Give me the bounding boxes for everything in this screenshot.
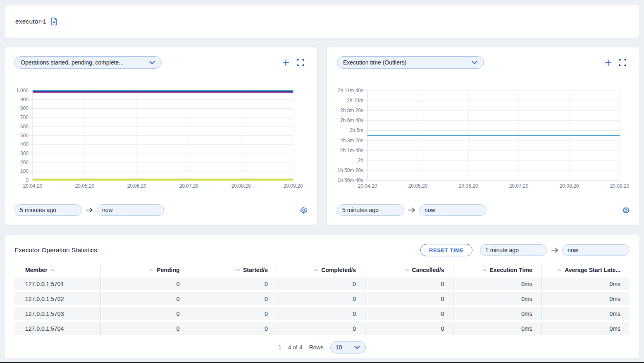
value-cell: 0 <box>100 292 188 305</box>
svg-text:0: 0 <box>26 177 29 183</box>
value-cell: 0ms <box>453 307 541 320</box>
chevron-up-icon <box>314 269 318 272</box>
svg-text:800: 800 <box>20 105 29 111</box>
column-header-completed-s[interactable]: Completed/s <box>277 265 365 275</box>
column-header-pending[interactable]: Pending <box>100 265 188 275</box>
fullscreen-button[interactable] <box>619 59 626 66</box>
stats-panel-title: Executor Operation Statistics <box>14 246 97 254</box>
pagination: 1 – 4 of 4 Rows 10 <box>14 341 630 353</box>
metric-selector[interactable]: Execution time (Outliers) <box>337 56 484 69</box>
stats-time-to-input[interactable] <box>562 244 630 256</box>
fullscreen-button[interactable] <box>297 59 304 66</box>
reset-time-button[interactable]: RESET TIME <box>420 244 472 256</box>
value-cell: 0ms <box>541 307 630 320</box>
chevron-down-icon <box>471 60 478 64</box>
chart-panel-execution-time: Execution time (Outliers) 1h 56m 40s1h 5… <box>327 47 640 226</box>
svg-text:1,000: 1,000 <box>16 88 29 93</box>
chevron-up-icon <box>557 269 562 272</box>
metric-selector-label: Operations started, pending, complete... <box>21 59 124 66</box>
table-row[interactable]: 127.0.0.1:570300000ms0ms <box>14 307 630 320</box>
table-row[interactable]: 127.0.0.1:570200000ms0ms <box>14 292 630 305</box>
rows-label: Rows <box>309 344 324 351</box>
gear-icon <box>300 207 307 214</box>
add-chart-button[interactable] <box>282 59 289 66</box>
chart-operations[interactable]: 01002003004005006007008009001,00020:04:2… <box>14 84 307 191</box>
fullscreen-icon <box>619 59 626 66</box>
value-cell: 0 <box>100 322 188 335</box>
svg-text:2h: 2h <box>358 158 363 163</box>
add-chart-button[interactable] <box>605 59 612 66</box>
time-from-input[interactable] <box>14 204 82 216</box>
svg-text:600: 600 <box>20 124 29 129</box>
table-row[interactable]: 127.0.0.1:570400000ms0ms <box>14 322 630 335</box>
svg-text:2h 10m: 2h 10m <box>347 98 363 103</box>
rows-per-page-select[interactable]: 10 <box>330 341 366 353</box>
value-cell: 0 <box>277 322 365 335</box>
rows-per-page-value: 10 <box>336 344 342 351</box>
value-cell: 0 <box>365 307 453 320</box>
page-title: executor-1 <box>15 18 46 25</box>
column-header-started-s[interactable]: Started/s <box>189 265 277 275</box>
svg-text:2h 11m 40s: 2h 11m 40s <box>338 88 363 93</box>
value-cell: 0 <box>189 277 277 290</box>
stats-table: MemberPendingStarted/sCompleted/sCancell… <box>14 263 630 337</box>
page: executor-1 Operations started, pending, … <box>0 0 644 359</box>
svg-text:20:06:20: 20:06:20 <box>127 183 147 189</box>
arrow-right-icon <box>86 207 93 213</box>
value-cell: 0 <box>100 277 188 290</box>
svg-text:20:06:20: 20:06:20 <box>459 183 478 189</box>
chart-panel-operations: Operations started, pending, complete...… <box>4 47 317 226</box>
value-cell: 0 <box>277 292 365 305</box>
svg-text:300: 300 <box>20 150 29 156</box>
table-row[interactable]: 127.0.0.1:570100000ms0ms <box>14 277 630 290</box>
time-to-input[interactable] <box>97 204 164 216</box>
pagination-range: 1 – 4 of 4 <box>278 344 302 351</box>
arrow-right-icon <box>551 247 558 253</box>
chevron-up-icon <box>149 269 154 272</box>
value-cell: 0 <box>365 322 453 335</box>
column-header-execution-time[interactable]: Execution Time <box>453 265 541 275</box>
value-cell: 0 <box>189 292 277 305</box>
chart-settings-button[interactable] <box>300 207 307 214</box>
column-header-member[interactable]: Member <box>14 265 100 275</box>
svg-text:2h 5m: 2h 5m <box>350 127 363 133</box>
svg-text:20:05:20: 20:05:20 <box>75 183 95 189</box>
svg-text:200: 200 <box>20 160 29 165</box>
member-cell: 127.0.0.1:5702 <box>14 292 100 305</box>
stats-time-from-input[interactable] <box>480 244 547 256</box>
svg-text:2h 6m 40s: 2h 6m 40s <box>340 117 363 123</box>
svg-text:700: 700 <box>20 115 29 120</box>
column-header-cancelled-s[interactable]: Cancelled/s <box>365 265 453 275</box>
chevron-down-icon <box>149 60 155 64</box>
svg-text:100: 100 <box>20 168 29 174</box>
svg-text:1h 58m 20s: 1h 58m 20s <box>337 167 363 173</box>
chart-settings-button[interactable] <box>623 207 630 214</box>
metric-selector-label: Execution time (Outliers) <box>343 59 406 66</box>
svg-text:900: 900 <box>20 97 29 103</box>
fullscreen-icon <box>297 59 304 66</box>
time-to-input[interactable] <box>419 204 487 216</box>
value-cell: 0ms <box>541 322 630 335</box>
svg-text:20:08:20: 20:08:20 <box>231 183 251 189</box>
plus-icon <box>605 59 612 66</box>
svg-text:20:05:20: 20:05:20 <box>408 183 428 189</box>
member-cell: 127.0.0.1:5703 <box>14 307 100 320</box>
stats-table-header-row: MemberPendingStarted/sCompleted/sCancell… <box>14 265 630 275</box>
plus-icon <box>282 59 289 66</box>
svg-text:2h 3m 20s: 2h 3m 20s <box>340 138 363 143</box>
chevron-up-icon <box>236 269 240 272</box>
value-cell: 0 <box>189 322 277 335</box>
member-cell: 127.0.0.1:5701 <box>14 277 100 290</box>
svg-text:20:04:20: 20:04:20 <box>23 183 43 189</box>
value-cell: 0ms <box>453 322 541 335</box>
metric-selector[interactable]: Operations started, pending, complete... <box>14 56 162 69</box>
value-cell: 0 <box>277 307 365 320</box>
chart-execution-time[interactable]: 1h 56m 40s1h 58m 20s2h2h 1m 40s2h 3m 20s… <box>337 84 630 191</box>
charts-row: Operations started, pending, complete...… <box>4 47 640 226</box>
svg-text:400: 400 <box>20 141 29 147</box>
column-header-average-start-late[interactable]: Average Start Late... <box>541 265 630 275</box>
value-cell: 0ms <box>541 277 630 290</box>
document-icon[interactable] <box>50 17 58 26</box>
value-cell: 0ms <box>453 277 541 290</box>
time-from-input[interactable] <box>337 204 404 216</box>
